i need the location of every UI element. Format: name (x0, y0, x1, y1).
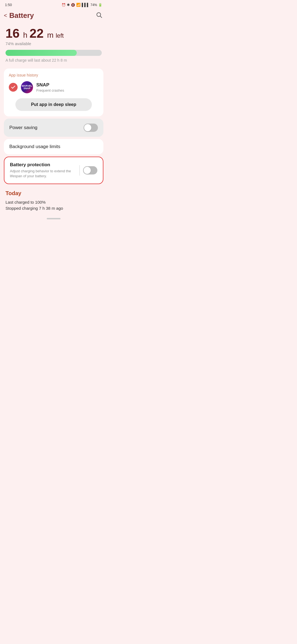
background-usage-row[interactable]: Background usage limits (4, 139, 103, 154)
svg-line-1 (100, 16, 102, 18)
toggle-divider (79, 165, 80, 176)
today-label: Today (6, 190, 102, 197)
left-label: left (56, 32, 64, 39)
mute-icon: 🔇 (71, 3, 75, 7)
today-section: Today Last charged to 100% Stopped charg… (0, 186, 107, 214)
bluetooth-icon: ✱ (67, 3, 70, 7)
battery-protection-toggle[interactable] (83, 166, 97, 174)
status-bar: 1:50 ⏰ ✱ 🔇 📶 ▌▌▌ 74% 🔋 (0, 0, 107, 9)
search-button[interactable] (96, 12, 102, 20)
battery-progress-bar (6, 50, 102, 56)
header: < Battery (0, 9, 107, 24)
battery-protection-thumb (84, 167, 91, 174)
protection-desc: Adjust charging behavior to extend the l… (10, 169, 76, 179)
app-name: SNAP (36, 82, 64, 88)
minutes-label: m (47, 31, 56, 39)
status-time: 1:50 (5, 3, 12, 7)
app-icon-text: MARVELSNAP (22, 85, 32, 90)
background-usage-label: Background usage limits (9, 144, 60, 149)
back-button[interactable]: < (4, 12, 7, 19)
hours-label: h (23, 31, 29, 39)
page-title: Battery (9, 11, 34, 20)
app-desc: Frequent crashes (36, 88, 64, 92)
full-charge-note: A full charge will last about 22 h 8 m (0, 56, 107, 66)
power-saving-thumb (84, 124, 91, 131)
app-issue-row: MARVELSNAP SNAP Frequent crashes (9, 81, 98, 93)
issue-check-icon (9, 83, 18, 92)
status-icons: ⏰ ✱ 🔇 📶 ▌▌▌ 74% 🔋 (62, 3, 102, 7)
deep-sleep-button[interactable]: Put app in deep sleep (15, 98, 92, 111)
signal-icon: ▌▌▌ (82, 3, 89, 7)
protection-toggle-wrap (79, 165, 98, 176)
power-saving-row: Power saving (4, 119, 103, 137)
battery-time-display: 16 h 22 m left (6, 27, 102, 40)
hours-value: 16 (6, 26, 20, 40)
header-left: < Battery (4, 11, 34, 20)
app-info: SNAP Frequent crashes (36, 82, 64, 92)
available-percent: 74% available (6, 41, 102, 46)
protection-text: Battery protection Adjust charging behav… (10, 162, 79, 179)
power-saving-label: Power saving (9, 125, 37, 130)
wifi-icon: 📶 (76, 3, 81, 7)
today-row-2: Stopped charging 7 h 38 m ago (6, 206, 102, 211)
battery-time-section: 16 h 22 m left 74% available (0, 24, 107, 46)
battery-pct: 74% (90, 3, 97, 7)
power-saving-toggle[interactable] (84, 124, 98, 132)
app-icon: MARVELSNAP (21, 81, 33, 93)
app-issue-card: App issue history MARVELSNAP SNAP Freque… (4, 69, 103, 116)
battery-protection-card: Battery protection Adjust charging behav… (4, 157, 103, 184)
battery-icon: 🔋 (98, 3, 102, 7)
protection-title: Battery protection (10, 162, 76, 168)
alarm-icon: ⏰ (62, 3, 66, 7)
today-row-1: Last charged to 100% (6, 200, 102, 204)
battery-progress-fill (6, 50, 77, 56)
scroll-indicator (47, 218, 61, 219)
app-issue-label: App issue history (9, 73, 98, 77)
minutes-value: 22 (29, 26, 43, 40)
